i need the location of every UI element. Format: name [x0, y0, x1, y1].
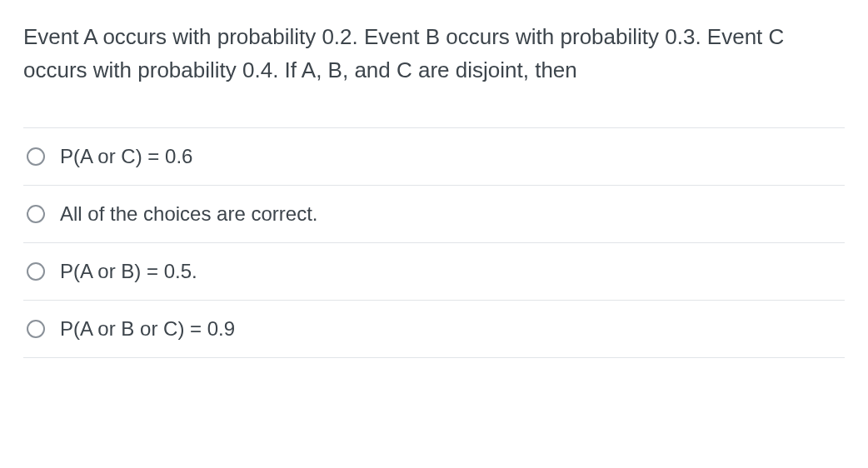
option-row[interactable]: P(A or C) = 0.6 — [23, 128, 845, 186]
option-row[interactable]: P(A or B or C) = 0.9 — [23, 301, 845, 358]
option-row[interactable]: All of the choices are correct. — [23, 186, 845, 243]
radio-icon[interactable] — [27, 320, 45, 338]
question-stem: Event A occurs with probability 0.2. Eve… — [23, 20, 845, 87]
radio-icon[interactable] — [27, 262, 45, 281]
options-list: P(A or C) = 0.6 All of the choices are c… — [23, 127, 845, 358]
option-label: All of the choices are correct. — [60, 202, 317, 226]
radio-icon[interactable] — [27, 147, 45, 166]
radio-icon[interactable] — [27, 205, 45, 223]
option-label: P(A or B or C) = 0.9 — [60, 317, 235, 341]
option-label: P(A or B) = 0.5. — [60, 260, 197, 283]
option-row[interactable]: P(A or B) = 0.5. — [23, 243, 845, 301]
option-label: P(A or C) = 0.6 — [60, 145, 192, 168]
